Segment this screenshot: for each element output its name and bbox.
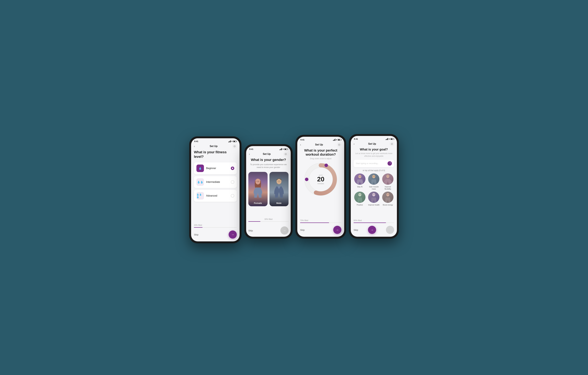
- svg-point-43: [387, 194, 388, 195]
- search-input[interactable]: Start typing or recording...: [356, 162, 388, 164]
- intermediate-option[interactable]: 💧💧 Intermediate: [194, 176, 237, 188]
- settings-button-4[interactable]: [390, 142, 394, 146]
- settings-button-3[interactable]: [337, 142, 341, 147]
- signal-icon-4: [386, 138, 388, 140]
- status-icons-1: ▾: [228, 140, 237, 142]
- wifi-icon-3: ▾: [336, 139, 337, 141]
- goals-question: What is your goal?: [354, 148, 394, 151]
- progress-label-1: 20% filled: [194, 224, 237, 226]
- time-1: 9:41: [194, 140, 198, 142]
- gender-content: What is your gender? To provide you cust…: [246, 158, 291, 237]
- svg-point-28: [374, 176, 375, 176]
- nav-bar-2: ‹ Set Up: [246, 151, 291, 158]
- svg-point-10: [278, 181, 279, 182]
- wifi-icon-1: ▾: [231, 140, 232, 142]
- skip-button-1[interactable]: Skip: [194, 233, 199, 236]
- duration-question: What is your perfect workout duration?: [300, 148, 341, 157]
- status-bar-2: 9:41 ▾: [246, 146, 291, 151]
- advanced-radio[interactable]: [231, 194, 234, 197]
- svg-point-27: [373, 176, 373, 176]
- duration-subtitle: Drag violet circle to adjust: [300, 158, 341, 160]
- goals-content: What is your goal? Let us know more to g…: [351, 148, 397, 237]
- svg-point-11: [279, 181, 280, 182]
- male-card[interactable]: Male: [269, 172, 289, 206]
- female-card[interactable]: Female: [248, 172, 268, 206]
- female-figure-svg: [251, 177, 265, 201]
- time-2: 9:41: [249, 148, 253, 150]
- progress-track-1: [194, 227, 237, 228]
- phones-container: 9:41 ▾ ‹ Set Up: [189, 132, 399, 243]
- svg-point-0: [234, 145, 235, 147]
- next-button-3[interactable]: →: [333, 226, 341, 234]
- svg-point-30: [386, 175, 389, 178]
- goal-avatar-6: [382, 192, 393, 203]
- back-button-4[interactable]: ‹: [354, 142, 355, 146]
- svg-point-12: [338, 144, 340, 146]
- goal-avatar-1: [354, 173, 366, 185]
- back-button-3[interactable]: ‹: [300, 143, 301, 146]
- svg-point-20: [392, 144, 392, 144]
- screen-goals: 9:41 ▾ ‹ Set Up: [351, 136, 397, 237]
- goal-gain-muscle[interactable]: Gain muscle mass: [368, 173, 380, 190]
- svg-point-9: [277, 179, 281, 184]
- goal-improve-health[interactable]: Improve health: [368, 192, 380, 206]
- beginner-option[interactable]: 💧 Beginner: [194, 162, 237, 174]
- goal-boost-energy[interactable]: Boost energy: [382, 192, 394, 206]
- status-icons-3: ▾: [333, 139, 341, 141]
- goal-practice[interactable]: Practice: [354, 192, 366, 206]
- progress-fill-4: [354, 223, 386, 223]
- mic-button[interactable]: 🎤: [388, 161, 392, 166]
- duration-value: 20: [317, 176, 325, 182]
- donut-container: up to 20 minutes: [304, 162, 338, 197]
- next-button-1[interactable]: →: [229, 231, 237, 239]
- svg-point-40: [374, 194, 375, 195]
- bottom-actions-4: Skip →: [354, 226, 394, 234]
- next-button-2[interactable]: →: [280, 226, 289, 234]
- advanced-icon: 💧💧💧: [196, 192, 204, 200]
- goal-label-5: Improve health: [368, 204, 379, 206]
- svg-point-7: [258, 181, 259, 182]
- status-icons-4: ▾: [386, 138, 394, 140]
- female-card-bg: [248, 172, 268, 206]
- goal-stay-fit[interactable]: Stay fit: [354, 173, 366, 190]
- beginner-icon: 💧: [196, 164, 204, 172]
- battery-icon-2: [284, 148, 288, 150]
- intermediate-icon: 💧💧: [196, 178, 204, 186]
- nav-bar-3: ‹ Set Up: [297, 142, 344, 148]
- wifi-icon-4: ▾: [389, 138, 390, 140]
- screen-fitness-level: 9:41 ▾ ‹ Set Up: [191, 138, 240, 241]
- status-bar-3: 9:41 ▾: [297, 137, 344, 142]
- skip-button-4[interactable]: Skip: [354, 229, 358, 231]
- goal-avatar-4: [354, 192, 366, 203]
- back-button-2[interactable]: ‹: [249, 152, 250, 156]
- next-button-4[interactable]: →: [368, 226, 376, 234]
- screen3-bottom: 70% filled Skip →: [300, 219, 341, 234]
- goal-label-6: Boost energy: [383, 204, 393, 206]
- progress-track-3: [300, 223, 341, 223]
- advanced-option[interactable]: 💧💧💧 Advanced: [194, 190, 237, 202]
- skip-button-2[interactable]: Skip: [248, 229, 253, 232]
- search-box[interactable]: Start typing or recording... 🎤: [354, 160, 394, 167]
- status-bar-1: 9:41 ▾: [191, 138, 240, 143]
- goal-improve-flexibility[interactable]: Improve flexibility: [382, 173, 394, 190]
- back-button-1[interactable]: ‹: [194, 145, 195, 148]
- svg-point-35: [359, 194, 359, 195]
- settings-button-1[interactable]: [232, 144, 237, 148]
- svg-point-24: [360, 176, 361, 176]
- svg-point-17: [305, 178, 308, 181]
- beginner-radio[interactable]: [231, 167, 234, 170]
- svg-point-19: [391, 143, 393, 145]
- fitness-question: What is your fitness level?: [194, 150, 237, 159]
- goal-avatar-5: [368, 192, 379, 203]
- progress-label-4: 80% filled: [354, 219, 394, 222]
- svg-point-22: [358, 175, 361, 178]
- screen1-bottom: 20% filled Skip →: [194, 224, 237, 239]
- goals-grid: Stay fit Gain: [354, 173, 394, 206]
- skip-button-3[interactable]: Skip: [300, 229, 305, 231]
- settings-button-2[interactable]: [284, 152, 288, 156]
- svg-point-42: [386, 193, 389, 196]
- svg-point-44: [388, 194, 389, 195]
- intermediate-radio[interactable]: [231, 180, 234, 184]
- progress-track-4: [354, 223, 394, 223]
- bottom-actions-2: Skip →: [248, 226, 289, 234]
